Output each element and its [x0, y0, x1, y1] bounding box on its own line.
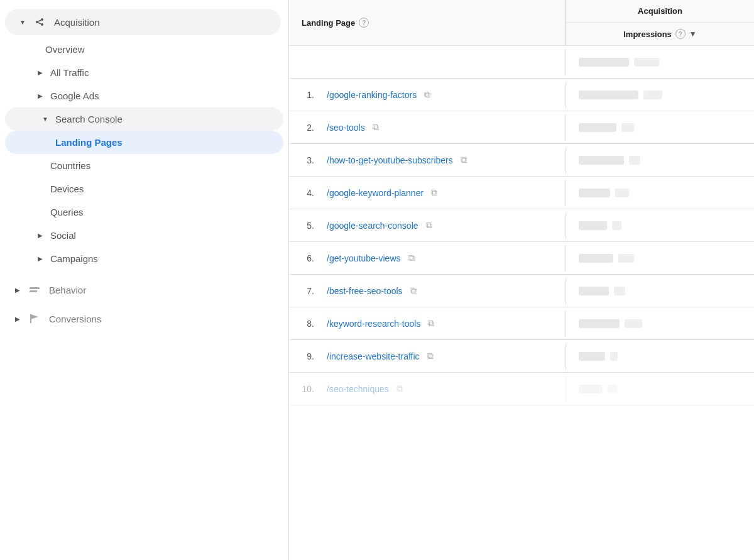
table-row: 3. /how-to-get-youtube-subscribers ⧉ [289, 144, 754, 177]
table-row: 5. /google-search-console ⧉ [289, 209, 754, 242]
svg-point-1 [41, 18, 43, 21]
flag-icon [28, 312, 41, 326]
row-url-link[interactable]: /get-youtube-views ⧉ [320, 243, 566, 273]
row-impression-data [566, 310, 754, 337]
url-text: /how-to-get-youtube-subscribers [327, 155, 453, 165]
copy-icon[interactable]: ⧉ [394, 382, 405, 395]
impressions-header-label: Impressions [623, 30, 672, 39]
acquisition-header-label: Acquisition [566, 0, 754, 23]
table-row: 1. /google-ranking-factors ⧉ [289, 79, 754, 111]
main-content: Landing Page ? Acquisition Impressions ?… [289, 0, 754, 560]
copy-icon[interactable]: ⧉ [422, 88, 433, 101]
sidebar-item-conversions[interactable]: ▶ Conversions [0, 304, 288, 333]
chevron-right-icon-5: ▶ [13, 285, 23, 295]
sidebar-item-queries[interactable]: Queries [0, 200, 281, 224]
url-text: /get-youtube-views [327, 253, 401, 263]
sidebar-item-acquisition[interactable]: ▼ Acquisition [5, 9, 281, 35]
sidebar: ▼ Acquisition Overview ▶ All Traffic ▶ G… [0, 0, 289, 560]
landing-page-help-icon[interactable]: ? [359, 18, 369, 28]
sidebar-item-landing-pages-label: Landing Pages [55, 137, 123, 148]
copy-icon[interactable]: ⧉ [425, 317, 437, 330]
row-url-link[interactable]: /keyword-research-tools ⧉ [320, 308, 566, 339]
table-row: 4. /google-keyword-planner ⧉ [289, 177, 754, 209]
chevron-down-icon: ▼ [18, 17, 28, 27]
svg-marker-8 [31, 314, 38, 319]
landing-page-header-label: Landing Page [302, 18, 355, 28]
chevron-down-icon-2: ▼ [40, 114, 50, 124]
sidebar-item-countries[interactable]: Countries [0, 154, 281, 177]
row-impression-data [566, 147, 754, 173]
row-impression-data [566, 212, 754, 239]
row-impression-data [566, 114, 754, 141]
sidebar-item-google-ads-label: Google Ads [50, 91, 99, 101]
sidebar-item-overview-label: Overview [45, 44, 85, 55]
row-url-link[interactable]: /increase-website-traffic ⧉ [320, 341, 566, 371]
url-text: /seo-techniques [327, 384, 389, 394]
svg-line-3 [38, 20, 41, 21]
row-url-link[interactable]: /google-search-console ⧉ [320, 210, 566, 241]
sort-icon[interactable]: ▼ [689, 30, 697, 38]
sidebar-item-acquisition-label: Acquisition [54, 17, 100, 28]
row-number: 1. [289, 81, 320, 109]
row-data-empty [566, 49, 754, 75]
row-number: 5. [289, 212, 320, 239]
row-url-link[interactable]: /seo-techniques ⧉ [320, 373, 566, 404]
chevron-right-icon-2: ▶ [35, 91, 45, 101]
copy-icon[interactable]: ⧉ [423, 219, 435, 232]
copy-icon[interactable]: ⧉ [370, 121, 381, 134]
sidebar-item-social[interactable]: ▶ Social [0, 224, 281, 247]
row-url-link[interactable]: /seo-tools ⧉ [320, 112, 566, 143]
sidebar-item-google-ads[interactable]: ▶ Google Ads [0, 84, 281, 107]
impressions-help-icon[interactable]: ? [675, 29, 686, 39]
table-row: 6. /get-youtube-views ⧉ [289, 242, 754, 275]
row-impression-data [566, 245, 754, 272]
svg-point-2 [41, 23, 43, 26]
copy-icon[interactable]: ⧉ [458, 153, 469, 167]
sidebar-item-overview[interactable]: Overview [0, 38, 281, 61]
sidebar-item-behavior[interactable]: ▶ Behavior [0, 275, 288, 304]
row-impression-data [566, 343, 754, 370]
url-text: /increase-website-traffic [327, 351, 420, 361]
row-url-link[interactable]: /google-ranking-factors ⧉ [320, 79, 566, 110]
sidebar-item-conversions-label: Conversions [49, 314, 101, 324]
row-number: 6. [289, 244, 320, 272]
url-text: /google-keyword-planner [327, 188, 423, 198]
sidebar-item-all-traffic-label: All Traffic [50, 67, 89, 78]
row-number: 10. [289, 375, 320, 403]
row-impression-data [566, 82, 754, 108]
chevron-right-icon-6: ▶ [13, 314, 23, 324]
table-row: 9. /increase-website-traffic ⧉ [289, 340, 754, 373]
sidebar-item-campaigns[interactable]: ▶ Campaigns [0, 247, 281, 270]
table-row: 8. /keyword-research-tools ⧉ [289, 307, 754, 340]
copy-icon[interactable]: ⧉ [406, 251, 417, 265]
row-number: 4. [289, 179, 320, 207]
copy-icon[interactable]: ⧉ [408, 284, 419, 297]
data-table: Landing Page ? Acquisition Impressions ?… [289, 0, 754, 405]
behavior-icon [28, 283, 41, 297]
table-header: Landing Page ? Acquisition Impressions ?… [289, 0, 754, 46]
sidebar-item-search-console[interactable]: ▼ Search Console [5, 107, 283, 131]
acquisition-icon [33, 15, 46, 29]
url-text: /best-free-seo-tools [327, 286, 403, 296]
row-url-link[interactable]: /best-free-seo-tools ⧉ [320, 275, 566, 306]
sidebar-item-landing-pages[interactable]: Landing Pages [5, 131, 283, 154]
copy-icon[interactable]: ⧉ [429, 186, 440, 199]
svg-rect-6 [30, 290, 37, 292]
table-row-empty [289, 46, 754, 79]
chevron-right-icon-4: ▶ [35, 254, 45, 264]
url-text: /keyword-research-tools [327, 319, 420, 329]
row-impression-data [566, 376, 754, 402]
copy-icon[interactable]: ⧉ [425, 349, 436, 363]
row-url-link[interactable]: /google-keyword-planner ⧉ [320, 177, 566, 208]
landing-page-column-header: Landing Page ? [289, 0, 566, 45]
table-row: 7. /best-free-seo-tools ⧉ [289, 275, 754, 307]
url-text: /seo-tools [327, 123, 365, 133]
sidebar-item-devices[interactable]: Devices [0, 177, 281, 200]
chevron-right-icon-3: ▶ [35, 231, 45, 241]
row-url-link[interactable]: /how-to-get-youtube-subscribers ⧉ [320, 145, 566, 175]
sidebar-item-all-traffic[interactable]: ▶ All Traffic [0, 61, 281, 84]
sidebar-item-queries-label: Queries [50, 207, 84, 217]
sidebar-item-devices-label: Devices [50, 184, 84, 194]
table-row: 2. /seo-tools ⧉ [289, 111, 754, 144]
svg-line-4 [38, 23, 41, 24]
